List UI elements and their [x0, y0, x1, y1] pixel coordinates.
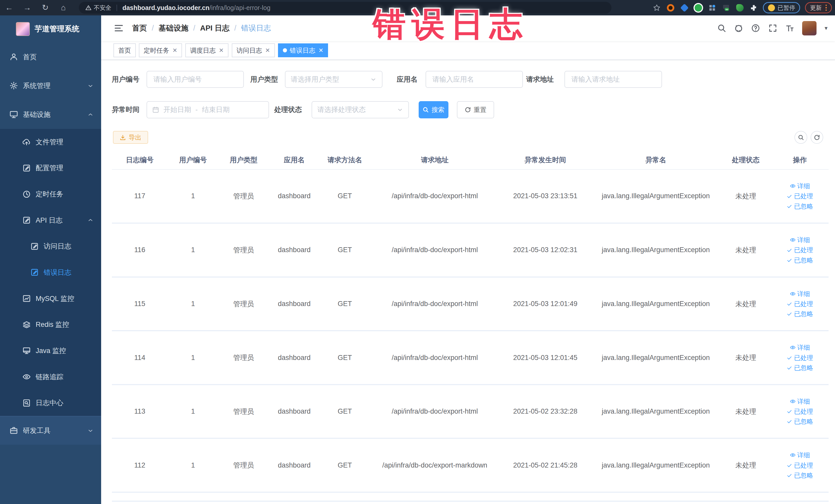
eye-icon	[790, 183, 796, 189]
sidebar-item-系统管理[interactable]: 系统管理	[0, 72, 101, 100]
font-size-icon[interactable]	[785, 24, 794, 33]
sidebar-item-定时任务[interactable]: 定时任务	[0, 181, 101, 207]
sidebar-item-Redis 监控[interactable]: Redis 监控	[0, 311, 101, 338]
github-icon[interactable]	[734, 24, 743, 33]
action-详细-link[interactable]: 详细	[790, 397, 810, 406]
user-avatar[interactable]	[802, 21, 816, 36]
tab-close-icon[interactable]: ✕	[319, 47, 323, 54]
action-已忽略-link[interactable]: 已忽略	[787, 364, 813, 372]
extension-green-icon[interactable]	[694, 3, 703, 12]
extension-onoff-icon[interactable]: on	[721, 3, 731, 12]
fullscreen-icon[interactable]	[768, 24, 777, 33]
cell-user-id: 1	[168, 223, 218, 277]
sidebar-item-MySQL 监控[interactable]: MySQL 监控	[0, 285, 101, 312]
help-icon[interactable]	[751, 24, 760, 33]
sidebar-item-基础设施[interactable]: 基础设施	[0, 100, 101, 129]
action-详细-link[interactable]: 详细	[790, 236, 810, 244]
action-详细-link[interactable]: 详细	[790, 343, 810, 352]
action-已忽略-link[interactable]: 已忽略	[787, 310, 813, 318]
exception-time-range-picker[interactable]: 开始日期 - 结束日期	[147, 101, 269, 118]
refresh-icon	[465, 106, 471, 113]
profile-paused-badge[interactable]: 已暂停	[763, 2, 800, 13]
tab-错误日志[interactable]: 错误日志✕	[278, 43, 328, 57]
user-id-label: 用户编号	[112, 71, 140, 88]
cell-request-url: /api/infra/db-doc/export-html	[370, 223, 500, 277]
sidebar-item-日志中心[interactable]: 日志中心	[0, 390, 101, 416]
action-详细-link[interactable]: 详细	[790, 289, 810, 298]
extension-orange-icon[interactable]	[666, 3, 675, 12]
app-logo-row[interactable]: 芋道管理系统	[0, 15, 101, 43]
tab-close-icon[interactable]: ✕	[265, 47, 270, 54]
sidebar-item-配置管理[interactable]: 配置管理	[0, 155, 101, 181]
action-已处理-link[interactable]: 已处理	[787, 354, 813, 362]
action-已处理-link[interactable]: 已处理	[787, 192, 813, 200]
chrome-update-button[interactable]: 更新	[805, 2, 832, 13]
action-已处理-link[interactable]: 已处理	[787, 461, 813, 469]
reset-button[interactable]: 重置	[457, 101, 494, 118]
cell-app-name: dashboard	[269, 277, 320, 331]
action-详细-link[interactable]: 详细	[790, 451, 810, 459]
sidebar-item-label: Redis 监控	[36, 320, 69, 329]
sidebar-item-label: 链路追踪	[36, 372, 63, 382]
address-bar[interactable]: 不安全 dashboard.yudao.iocoder.cn /infra/lo…	[79, 2, 611, 14]
column-header-操作: 操作	[771, 151, 829, 169]
sidebar-collapse-icon[interactable]	[114, 23, 123, 33]
action-已处理-link[interactable]: 已处理	[787, 300, 813, 308]
tab-调度日志[interactable]: 调度日志✕	[185, 43, 228, 57]
security-warning[interactable]: 不安全	[85, 4, 111, 12]
search-icon[interactable]	[717, 24, 726, 33]
extension-grid-icon[interactable]	[708, 3, 717, 12]
forward-icon[interactable]: →	[18, 0, 37, 15]
user-type-label: 用户类型	[250, 71, 278, 88]
action-已处理-link[interactable]: 已处理	[787, 246, 813, 254]
sidebar-item-访问日志[interactable]: 访问日志	[0, 234, 101, 260]
app-name-input[interactable]	[426, 71, 523, 88]
sidebar-item-文件管理[interactable]: 文件管理	[0, 129, 101, 155]
breadcrumb: 首页/基础设施/API 日志/错误日志	[132, 23, 271, 33]
table-row: 1171管理员dashboardGET/api/infra/db-doc/exp…	[112, 169, 829, 223]
tab-close-icon[interactable]: ✕	[219, 47, 224, 54]
user-icon	[9, 53, 18, 61]
sidebar-item-错误日志[interactable]: 错误日志	[0, 259, 101, 285]
action-已忽略-link[interactable]: 已忽略	[787, 417, 813, 426]
tab-访问日志[interactable]: 访问日志✕	[232, 43, 275, 57]
toggle-search-button[interactable]	[794, 131, 807, 144]
tab-首页[interactable]: 首页	[114, 43, 136, 57]
extensions-puzzle-icon[interactable]	[749, 3, 758, 12]
action-已处理-link[interactable]: 已处理	[787, 407, 813, 416]
avatar-dropdown-caret-icon[interactable]: ▾	[824, 25, 827, 32]
action-已忽略-link[interactable]: 已忽略	[787, 471, 813, 480]
sidebar-item-首页[interactable]: 首页	[0, 43, 101, 72]
export-button[interactable]: 导出	[113, 131, 148, 144]
back-icon[interactable]: ←	[0, 0, 18, 15]
table-row: 1141管理员dashboardGET/api/infra/db-doc/exp…	[112, 331, 829, 385]
bookmark-star-icon[interactable]	[652, 3, 661, 12]
browser-menu-icon[interactable]	[826, 5, 827, 11]
sidebar-item-研发工具[interactable]: 研发工具	[0, 416, 101, 445]
extension-leaf-icon[interactable]	[735, 3, 745, 12]
reload-icon[interactable]: ↻	[36, 0, 55, 15]
column-header-请求地址: 请求地址	[370, 151, 500, 169]
home-icon[interactable]: ⌂	[55, 0, 73, 15]
breadcrumb-item[interactable]: 基础设施	[159, 23, 188, 33]
refresh-table-button[interactable]	[811, 131, 823, 144]
search-button[interactable]: 搜索	[419, 101, 448, 118]
sidebar-item-API 日志[interactable]: API 日志	[0, 207, 101, 234]
extension-blue-icon[interactable]	[680, 3, 689, 12]
sidebar-item-链路追踪[interactable]: 链路追踪	[0, 364, 101, 390]
breadcrumb-item[interactable]: 首页	[132, 23, 147, 33]
edit-doc-icon	[30, 242, 39, 250]
user-id-input[interactable]	[147, 71, 244, 88]
action-已忽略-link[interactable]: 已忽略	[787, 256, 813, 264]
breadcrumb-item[interactable]: API 日志	[200, 23, 229, 33]
tab-close-icon[interactable]: ✕	[172, 47, 177, 54]
action-详细-link[interactable]: 详细	[790, 182, 810, 190]
browser-actions: on 已暂停 更新	[652, 0, 832, 15]
sidebar-item-Java 监控[interactable]: Java 监控	[0, 338, 101, 364]
page-content: 用户编号 用户类型 请选择用户类型 应用名 请求地址 异常时间 开始日期 - 结…	[101, 60, 835, 504]
user-type-select[interactable]: 请选择用户类型	[285, 71, 383, 88]
process-status-select[interactable]: 请选择处理状态	[312, 101, 409, 118]
action-已忽略-link[interactable]: 已忽略	[787, 202, 813, 210]
request-url-input[interactable]	[565, 71, 662, 88]
tab-定时任务[interactable]: 定时任务✕	[139, 43, 182, 57]
